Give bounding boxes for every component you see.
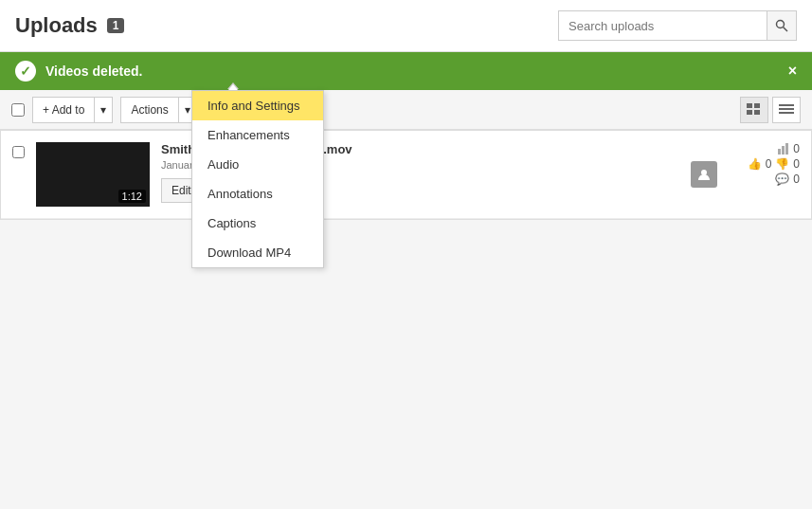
dropdown-item[interactable]: Enhancements: [192, 120, 323, 150]
add-to-chevron: ▾: [100, 103, 106, 117]
comment-icon: 💬: [775, 173, 789, 186]
add-to-dropdown-button[interactable]: ▾: [95, 97, 113, 123]
top-bar-left: Uploads 1: [15, 13, 124, 38]
dropdown-item[interactable]: Captions: [192, 209, 323, 238]
views-count: 0: [793, 142, 800, 155]
privacy-icon: [691, 161, 717, 188]
svg-rect-11: [782, 146, 785, 155]
thumbs-down-icon: 👎: [775, 157, 789, 171]
dropdown-item[interactable]: Annotations: [192, 179, 323, 209]
actions-button[interactable]: Actions: [120, 97, 178, 123]
actions-group: Actions ▾: [120, 97, 196, 123]
content-area: 1:12 Smith_CEAssignmentName.mov January …: [0, 130, 812, 220]
bar-chart-icon: [778, 143, 789, 155]
dropdown-item[interactable]: Info and Settings: [192, 91, 323, 120]
list-view-button[interactable]: [772, 97, 801, 123]
close-notification-button[interactable]: ×: [788, 63, 797, 80]
svg-point-0: [777, 21, 785, 28]
svg-rect-6: [779, 104, 794, 106]
actions-chevron: ▾: [185, 103, 190, 117]
list-icon: [779, 103, 794, 117]
uploads-badge: 1: [107, 18, 125, 33]
dislikes-count: 0: [793, 157, 800, 171]
notification-bar: ✓ Videos deleted. ×: [0, 52, 812, 90]
comments-stat: 💬 0: [775, 173, 800, 186]
top-bar: Uploads 1: [0, 0, 812, 52]
views-stat: 0: [778, 142, 800, 155]
check-icon: ✓: [15, 61, 36, 82]
svg-rect-8: [779, 112, 794, 114]
svg-rect-5: [754, 110, 760, 115]
comments-count: 0: [793, 173, 800, 186]
toolbar-right: [740, 97, 801, 123]
dropdown-item[interactable]: Audio: [192, 150, 323, 179]
grid-view-button[interactable]: [740, 97, 768, 123]
search-container: [558, 10, 797, 41]
page-title: Uploads: [15, 13, 98, 38]
video-thumbnail: 1:12: [36, 142, 150, 207]
dropdown-item[interactable]: Download MP4: [192, 238, 323, 267]
svg-rect-4: [747, 110, 752, 115]
video-checkbox[interactable]: [12, 146, 25, 158]
notification-text: Videos deleted.: [45, 64, 142, 79]
select-all-checkbox[interactable]: [11, 103, 25, 117]
edit-dropdown-menu: Info and SettingsEnhancementsAudioAnnota…: [191, 90, 324, 268]
search-input[interactable]: [558, 10, 767, 41]
likes-count: 0: [766, 157, 772, 171]
svg-rect-10: [778, 149, 781, 155]
search-icon: [775, 19, 788, 32]
toolbar: + Add to ▾ Actions ▾ View: Newest ▾: [0, 90, 812, 130]
svg-line-1: [784, 27, 788, 32]
add-to-button[interactable]: + Add to: [32, 97, 95, 123]
likes-stat: 👍 0 👎 0: [748, 157, 800, 171]
grid-icon: [747, 103, 762, 117]
thumbs-up-icon: 👍: [748, 157, 762, 171]
notification-left: ✓ Videos deleted.: [15, 61, 142, 82]
video-duration: 1:12: [118, 190, 146, 203]
video-row: 1:12 Smith_CEAssignmentName.mov January …: [1, 131, 811, 219]
video-stats: 0 👍 0 👎 0 💬 0: [729, 142, 800, 186]
svg-rect-7: [779, 108, 794, 110]
svg-rect-2: [747, 103, 752, 108]
dropdown-arrow-inner: [228, 84, 238, 90]
svg-rect-3: [754, 103, 760, 108]
svg-rect-12: [785, 143, 788, 155]
search-button[interactable]: [767, 10, 797, 41]
add-to-group: + Add to ▾: [32, 97, 113, 123]
